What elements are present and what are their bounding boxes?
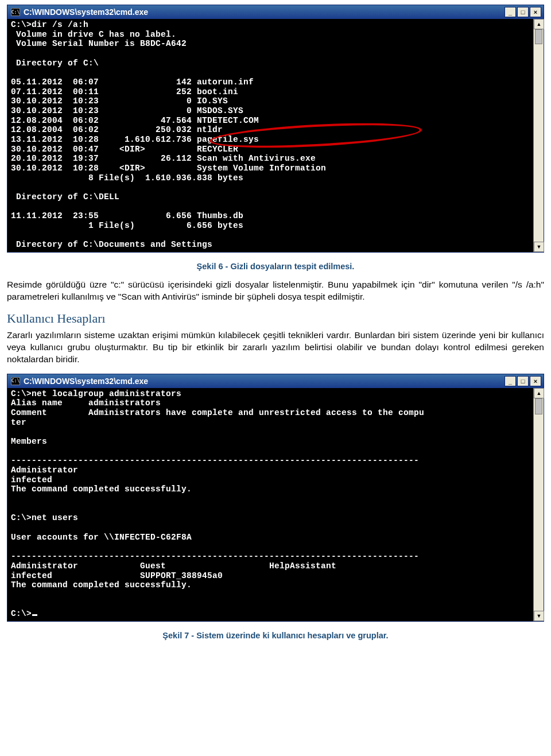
vertical-scrollbar[interactable]: ▲ ▼ xyxy=(533,388,544,621)
titlebar[interactable]: C:\ C:\WINDOWS\system32\cmd.exe _ □ × xyxy=(7,374,544,388)
minimize-button[interactable]: _ xyxy=(505,376,516,386)
scroll-thumb[interactable] xyxy=(535,29,542,44)
scroll-down-icon[interactable]: ▼ xyxy=(534,242,544,252)
scroll-up-icon[interactable]: ▲ xyxy=(534,19,544,29)
titlebar[interactable]: C:\ C:\WINDOWS\system32\cmd.exe _ □ × xyxy=(7,5,544,19)
cmd-icon: C:\ xyxy=(11,377,20,385)
scroll-down-icon[interactable]: ▼ xyxy=(534,611,544,621)
terminal-output: C:\>dir /s /a:h Volume in drive C has no… xyxy=(7,19,544,252)
window-title: C:\WINDOWS\system32\cmd.exe xyxy=(24,377,505,386)
section-heading-user-accounts: Kullanıcı Hesapları xyxy=(7,311,544,326)
cmd-window-2: C:\ C:\WINDOWS\system32\cmd.exe _ □ × C:… xyxy=(7,374,544,622)
cmd-window-1: C:\ C:\WINDOWS\system32\cmd.exe _ □ × C:… xyxy=(7,5,544,253)
close-button[interactable]: × xyxy=(530,376,541,386)
paragraph-1: Resimde görüldüğü üzre "c:" sürücüsü içe… xyxy=(7,279,544,303)
terminal-output: C:\>net localgroup administrators Alias … xyxy=(7,388,544,621)
cmd-icon: C:\ xyxy=(11,8,20,16)
figure-caption-7: Şekil 7 - Sistem üzerinde ki kullanıcı h… xyxy=(7,631,544,640)
maximize-button[interactable]: □ xyxy=(517,7,529,17)
window-title: C:\WINDOWS\system32\cmd.exe xyxy=(24,7,505,17)
scroll-thumb[interactable] xyxy=(535,398,542,414)
minimize-button[interactable]: _ xyxy=(505,7,516,17)
paragraph-2: Zararlı yazılımların sisteme uzaktan eri… xyxy=(7,329,544,366)
scroll-up-icon[interactable]: ▲ xyxy=(534,388,544,398)
maximize-button[interactable]: □ xyxy=(517,376,529,386)
cursor-icon xyxy=(32,614,37,616)
close-button[interactable]: × xyxy=(530,7,541,17)
figure-caption-6: Şekil 6 - Gizli dosyaların tespit edilme… xyxy=(7,262,544,271)
vertical-scrollbar[interactable]: ▲ ▼ xyxy=(533,19,544,252)
